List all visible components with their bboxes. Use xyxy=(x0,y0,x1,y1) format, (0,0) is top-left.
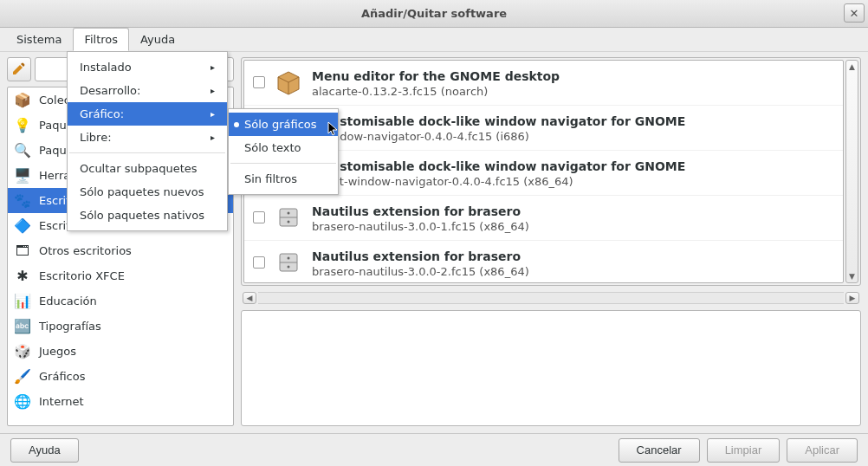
svg-point-7 xyxy=(288,266,290,269)
filter-new-only[interactable]: Sólo paquetes nuevos xyxy=(68,180,227,204)
horizontal-scroll-row: ◀ ▶ xyxy=(241,291,861,305)
menu-label: Sólo paquetes nuevos xyxy=(80,185,204,198)
drawer-icon xyxy=(274,248,303,277)
menu-label: Ocultar subpaquetes xyxy=(80,162,198,175)
scroll-left-button[interactable]: ◀ xyxy=(243,292,256,304)
search-icon: 🔍 xyxy=(13,141,32,160)
package-row[interactable]: Nautilus extension for brasero brasero-n… xyxy=(244,196,843,241)
category-item[interactable]: 🎲Juegos xyxy=(8,339,233,364)
svg-point-6 xyxy=(288,257,290,260)
package-text: Menu editor for the GNOME desktop alacar… xyxy=(312,68,834,98)
category-label: Escritorio XFCE xyxy=(39,269,125,282)
filter-graphic[interactable]: Gráfico:▸ xyxy=(68,102,227,126)
category-label: Otros escritorios xyxy=(39,244,132,257)
dice-icon: 🎲 xyxy=(13,342,32,361)
submenu-only-graphics[interactable]: Sólo gráficos xyxy=(229,113,338,136)
package-subtitle: avant-window-navigator-0.4.0-4.fc15 (x86… xyxy=(312,175,834,188)
package-title: y customisable dock-like window navigato… xyxy=(312,114,834,128)
horizontal-scrollbar[interactable] xyxy=(258,292,844,304)
category-item[interactable]: 🔤Tipografías xyxy=(8,314,233,339)
category-item[interactable]: 🗔Otros escritorios xyxy=(8,238,233,263)
button-bar: Ayuda Cancelar Limpiar Aplicar xyxy=(0,433,868,466)
category-label: Educación xyxy=(39,294,97,307)
package-subtitle: alacarte-0.13.2-3.fc15 (noarch) xyxy=(312,85,834,98)
monitor-icon: 🖥️ xyxy=(13,166,32,185)
package-icon: 📦 xyxy=(13,91,32,110)
apply-button[interactable]: Aplicar xyxy=(787,438,858,463)
filter-free[interactable]: Libre:▸ xyxy=(68,126,227,149)
pencil-icon xyxy=(10,60,28,80)
category-item[interactable]: 📊Educación xyxy=(8,288,233,314)
menu-bar: Sistema Filtros Ayuda xyxy=(0,28,868,52)
package-subtitle: t-window-navigator-0.4.0-4.fc15 (i686) xyxy=(312,130,834,143)
graphic-submenu[interactable]: Sólo gráficos Sólo texto Sin filtros xyxy=(228,108,339,195)
menu-separator xyxy=(69,152,225,153)
menu-sistema[interactable]: Sistema xyxy=(5,28,73,51)
package-text: Nautilus extension for brasero brasero-n… xyxy=(312,248,834,278)
kde-icon: 🔷 xyxy=(13,217,32,236)
window-icon: 🗔 xyxy=(13,242,32,261)
category-item[interactable]: ✱Escritorio XFCE xyxy=(8,263,233,288)
filters-dropdown[interactable]: Instalado▸ Desarrollo:▸ Gráfico:▸ Libre:… xyxy=(67,51,228,231)
brush-icon: 🖌️ xyxy=(13,367,32,386)
cancel-button[interactable]: Cancelar xyxy=(619,438,700,463)
category-item[interactable]: 🖌️Gráficos xyxy=(8,364,233,389)
menu-ayuda[interactable]: Ayuda xyxy=(129,28,186,51)
filter-installed[interactable]: Instalado▸ xyxy=(68,55,227,79)
package-title: Nautilus extension for brasero xyxy=(312,249,834,263)
menu-filtros[interactable]: Filtros xyxy=(73,28,129,51)
package-row[interactable]: Nautilus extension for brasero brasero-n… xyxy=(244,241,843,283)
package-row[interactable]: Menu editor for the GNOME desktop alacar… xyxy=(244,61,843,106)
font-icon: 🔤 xyxy=(13,317,32,336)
window-title: Añadir/Quitar software xyxy=(361,7,507,20)
chevron-right-icon: ▸ xyxy=(211,133,215,142)
bulb-icon: 💡 xyxy=(13,116,32,135)
chevron-right-icon: ▸ xyxy=(211,62,215,72)
filter-native-only[interactable]: Sólo paquetes nativos xyxy=(68,204,227,227)
svg-point-2 xyxy=(288,212,290,215)
chevron-right-icon: ▸ xyxy=(211,109,215,119)
radio-dot-icon xyxy=(234,122,239,127)
package-text: Nautilus extension for brasero brasero-n… xyxy=(312,203,834,233)
package-subtitle: brasero-nautilus-3.0.0-2.fc15 (x86_64) xyxy=(312,265,834,278)
edit-find-button[interactable] xyxy=(7,57,31,81)
package-title: Menu editor for the GNOME desktop xyxy=(312,69,834,83)
xfce-icon: ✱ xyxy=(13,267,32,286)
package-title: Nautilus extension for brasero xyxy=(312,204,834,218)
scroll-right-button[interactable]: ▶ xyxy=(845,292,859,304)
vertical-scrollbar[interactable]: ▲ ▼ xyxy=(845,60,858,283)
menu-separator xyxy=(230,163,336,164)
scroll-up-icon[interactable]: ▲ xyxy=(849,62,855,71)
package-text: y customisable dock-like window navigato… xyxy=(312,158,834,188)
package-subtitle: brasero-nautilus-3.0.0-1.fc15 (x86_64) xyxy=(312,220,834,233)
package-checkbox[interactable] xyxy=(253,256,265,269)
clear-button[interactable]: Limpiar xyxy=(707,438,781,463)
submenu-only-text[interactable]: Sólo texto xyxy=(229,136,338,159)
package-checkbox[interactable] xyxy=(253,211,265,223)
category-label: Tipografías xyxy=(39,320,101,333)
box-icon xyxy=(274,68,303,97)
menu-label: Instalado xyxy=(80,61,132,74)
category-label: Gráficos xyxy=(39,370,85,383)
filter-development[interactable]: Desarrollo:▸ xyxy=(68,79,227,102)
window-close-button[interactable]: ✕ xyxy=(844,3,865,23)
title-bar: Añadir/Quitar software ✕ xyxy=(0,0,868,28)
chevron-right-icon: ▸ xyxy=(211,86,215,95)
filter-hide-subpackages[interactable]: Ocultar subpaquetes xyxy=(68,157,227,180)
svg-point-3 xyxy=(288,221,290,223)
package-text: y customisable dock-like window navigato… xyxy=(312,113,834,143)
package-title: y customisable dock-like window navigato… xyxy=(312,159,834,173)
category-label: Juegos xyxy=(39,345,76,358)
detail-panel xyxy=(241,310,861,426)
drawer-icon xyxy=(274,203,303,232)
chart-icon: 📊 xyxy=(13,292,32,311)
menu-label: Sólo gráficos xyxy=(244,118,317,131)
package-checkbox[interactable] xyxy=(253,76,265,88)
category-item[interactable]: 🌐Internet xyxy=(8,389,233,414)
scroll-down-icon[interactable]: ▼ xyxy=(849,272,855,281)
menu-label: Libre: xyxy=(80,131,112,144)
submenu-no-filters[interactable]: Sin filtros xyxy=(229,167,338,191)
help-button[interactable]: Ayuda xyxy=(10,438,79,463)
menu-label: Sólo paquetes nativos xyxy=(80,209,204,222)
gnome-icon: 🐾 xyxy=(13,191,32,210)
